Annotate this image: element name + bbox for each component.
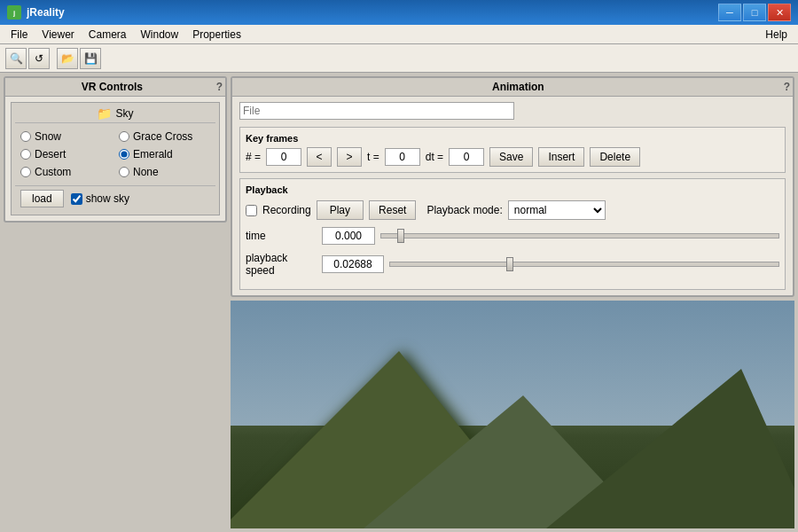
sky-option-none[interactable]: None	[117, 164, 212, 180]
app-title: jReality	[27, 6, 718, 19]
file-input[interactable]	[239, 102, 514, 120]
delete-frame-button[interactable]: Delete	[590, 147, 640, 167]
show-sky-toggle[interactable]: show sky	[71, 192, 129, 205]
sky-label-desert: Desert	[35, 148, 66, 160]
t-input[interactable]	[385, 148, 420, 166]
sky-option-snow[interactable]: Snow	[19, 129, 113, 145]
mountain-right	[546, 369, 794, 528]
animation-panel: Animation ? Key frames # = < > t =	[231, 76, 794, 297]
playback-section: Playback Recording Play Reset Playback m…	[239, 178, 786, 290]
keyframes-title: Key frames	[246, 133, 779, 144]
sky-title-label: Sky	[115, 107, 133, 120]
menu-camera[interactable]: Camera	[82, 27, 134, 43]
sky-option-emerald[interactable]: Emerald	[117, 146, 212, 162]
search-button[interactable]: 🔍	[5, 48, 27, 69]
sky-folder-icon: 📁	[97, 106, 112, 121]
playback-mode-label: Playback mode:	[426, 204, 502, 216]
sky-option-custom[interactable]: Custom	[19, 164, 113, 180]
sky-radio-emerald[interactable]	[119, 149, 129, 160]
undo-button[interactable]: ↺	[28, 48, 50, 69]
animation-title: Animation	[253, 81, 784, 93]
sky-label-emerald: Emerald	[133, 148, 173, 160]
time-row: time	[246, 227, 779, 245]
insert-frame-button[interactable]: Insert	[538, 147, 584, 167]
menu-file[interactable]: File	[4, 27, 35, 43]
sky-radio-grace-cross[interactable]	[119, 131, 129, 142]
speed-slider-thumb[interactable]	[506, 257, 513, 271]
right-content: Animation ? Key frames # = < > t =	[231, 73, 798, 532]
main-content: VR Controls ? 📁 Sky Snow Grace Cross	[0, 73, 798, 532]
toolbar: 🔍 ↺ 📂 💾	[0, 44, 798, 73]
save-frame-button[interactable]: Save	[489, 147, 533, 167]
title-bar: j jReality ─ □ ✕	[0, 0, 798, 25]
app-icon: j	[7, 5, 21, 20]
time-label: time	[246, 230, 317, 242]
playback-title: Playback	[246, 184, 779, 195]
sky-section: 📁 Sky Snow Grace Cross Desert	[11, 102, 220, 215]
hash-input[interactable]	[266, 148, 301, 166]
sky-label-grace-cross: Grace Cross	[133, 130, 192, 143]
maximize-button[interactable]: □	[743, 4, 766, 21]
time-slider-thumb[interactable]	[397, 229, 404, 243]
dt-label: dt =	[426, 151, 443, 163]
sky-radio-desert[interactable]	[20, 149, 31, 160]
load-button[interactable]: load	[20, 190, 64, 207]
open-button[interactable]: 📂	[57, 48, 78, 69]
speed-slider[interactable]	[389, 262, 779, 267]
t-label: t =	[367, 151, 379, 163]
speed-row: playback speed	[246, 252, 779, 277]
menu-help[interactable]: Help	[758, 27, 794, 43]
sky-section-title: 📁 Sky	[15, 106, 215, 123]
sky-radio-custom[interactable]	[20, 167, 31, 177]
animation-body: Key frames # = < > t = dt = Save Insert …	[232, 97, 793, 295]
vr-controls-panel: VR Controls ? 📁 Sky Snow Grace Cross	[0, 73, 231, 532]
sky-label-custom: Custom	[35, 166, 71, 178]
prev-frame-button[interactable]: <	[307, 147, 332, 167]
animation-help[interactable]: ?	[784, 81, 790, 93]
play-button[interactable]: Play	[317, 200, 364, 220]
keyframes-section: Key frames # = < > t = dt = Save Insert …	[239, 127, 786, 173]
sky-label-snow: Snow	[35, 130, 61, 143]
scene-canvas	[231, 301, 794, 528]
recording-label: Recording	[262, 204, 311, 216]
menu-window[interactable]: Window	[134, 27, 186, 43]
sky-option-grace-cross[interactable]: Grace Cross	[117, 129, 212, 145]
speed-label: playback speed	[246, 252, 317, 277]
sky-option-desert[interactable]: Desert	[19, 146, 113, 162]
sky-label-none: None	[133, 166, 159, 178]
sky-options: Snow Grace Cross Desert Emerald	[15, 127, 215, 182]
minimize-button[interactable]: ─	[718, 4, 741, 21]
vr-controls-title-bar: VR Controls ?	[5, 78, 225, 97]
show-sky-checkbox[interactable]	[71, 193, 82, 205]
sky-controls: load show sky	[15, 185, 215, 211]
sky-radio-snow[interactable]	[20, 131, 31, 142]
dt-input[interactable]	[449, 148, 484, 166]
show-sky-label: show sky	[86, 192, 129, 205]
close-button[interactable]: ✕	[768, 4, 791, 21]
menu-bar: File Viewer Camera Window Properties Hel…	[0, 25, 798, 44]
next-frame-button[interactable]: >	[337, 147, 362, 167]
sky-radio-none[interactable]	[119, 167, 129, 177]
scene-viewport	[231, 301, 794, 528]
vr-controls-box: VR Controls ? 📁 Sky Snow Grace Cross	[4, 76, 227, 223]
file-row	[239, 102, 786, 120]
keyframes-row: # = < > t = dt = Save Insert Delete	[246, 147, 779, 167]
playback-mode-select[interactable]: normal loop ping-pong	[508, 200, 606, 220]
time-input[interactable]	[322, 227, 375, 245]
animation-title-bar: Animation ?	[232, 78, 793, 97]
menu-properties[interactable]: Properties	[185, 27, 248, 43]
recording-checkbox[interactable]	[246, 205, 257, 216]
save-button[interactable]: 💾	[80, 48, 101, 69]
reset-button[interactable]: Reset	[369, 200, 416, 220]
hash-label: # =	[246, 151, 261, 163]
time-slider[interactable]	[380, 233, 779, 239]
window-controls: ─ □ ✕	[718, 4, 791, 21]
vr-controls-help[interactable]: ?	[216, 81, 223, 93]
speed-input[interactable]	[322, 255, 384, 273]
menu-viewer[interactable]: Viewer	[35, 27, 81, 43]
vr-controls-title: VR Controls	[8, 81, 216, 93]
playback-controls-row: Recording Play Reset Playback mode: norm…	[246, 200, 779, 220]
